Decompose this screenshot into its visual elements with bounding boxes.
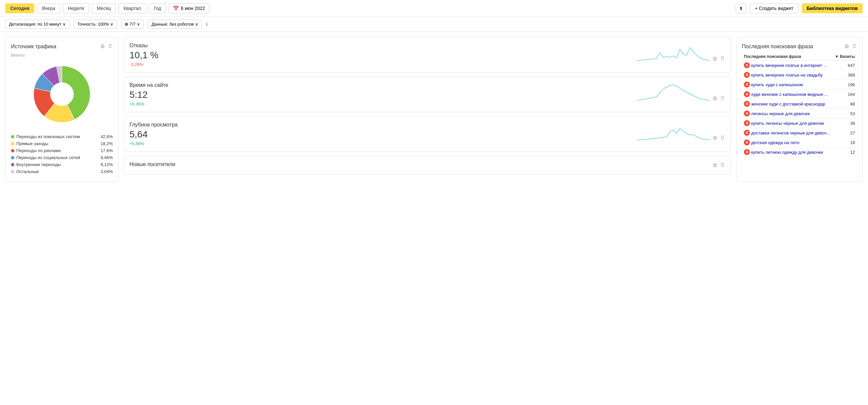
legend-item: Переходы по рекламе 17,6% (11, 148, 113, 153)
tab-month[interactable]: Месяц (92, 3, 116, 13)
table-row: Я купить летнюю одежду для девочки 12 (742, 148, 857, 157)
new-visitors-grid-button[interactable]: ⠿ (720, 161, 725, 169)
tab-year[interactable]: Год (149, 3, 166, 13)
visits-cell: 18 (833, 138, 857, 148)
new-visitors-settings-button[interactable]: ⚙ (712, 161, 718, 169)
new-visitors-title: Новые посетители (129, 161, 176, 167)
bounce-rate-change: -3,26% (129, 62, 158, 67)
phrase-link[interactable]: купить вечернее платье в интернет ... (751, 63, 827, 68)
yandex-icon: Я (744, 149, 750, 155)
bounce-grid-button[interactable]: ⠿ (720, 55, 725, 63)
traffic-subtitle: Визиты (11, 53, 113, 58)
bounce-sparkline (637, 42, 710, 63)
counter-filter[interactable]: 7/7 ∨ (121, 20, 144, 29)
depth-widget-actions: ⚙ ⠿ (712, 134, 725, 142)
bounce-rate-title: Отказы (129, 42, 148, 49)
phrase-link[interactable]: женские худи с доставкой краснодар (751, 101, 826, 106)
col-visits: ▼ Визиты (833, 53, 857, 61)
phrase-link[interactable]: купить вечернее платье на свадьбу (751, 72, 823, 77)
phrase-link[interactable]: доставка легинсов черные для девоч... (751, 130, 830, 135)
pie-chart (29, 61, 95, 127)
accuracy-filter[interactable]: Точность: 100% ∨ (73, 20, 117, 29)
legend-label: Внутренние переходы (16, 162, 61, 167)
yandex-icon: Я (744, 130, 750, 136)
top-bar: Сегодня Вчера Неделя Месяц Квартал Год 📅… (0, 0, 868, 17)
bounce-settings-button[interactable]: ⚙ (712, 55, 718, 63)
traffic-widget-actions: ⚙ ⠿ (99, 42, 113, 50)
phrase-cell: Я доставка легинсов черные для девоч... (742, 128, 833, 138)
visits-cell: 196 (833, 80, 857, 90)
export-button[interactable]: ⬆ (736, 4, 746, 13)
legend-item: Внутренние переходы 9,12% (11, 162, 113, 167)
table-row: Я женские худи с доставкой краснодар 88 (742, 99, 857, 109)
visits-cell: 389 (833, 70, 857, 80)
legend-dot (11, 163, 14, 166)
visits-cell: 88 (833, 99, 857, 109)
visits-cell: 647 (833, 61, 857, 70)
legend-label: Остальные (16, 169, 39, 174)
yandex-icon: Я (744, 139, 750, 146)
phrase-cell: Я купить летнюю одежду для девочки (742, 148, 833, 157)
yandex-icon: Я (744, 72, 750, 78)
time-grid-button[interactable]: ⠿ (720, 94, 725, 102)
search-widget-title: Последняя поисковая фраза (742, 43, 813, 50)
date-picker-button[interactable]: 📅 6 июн 2022 (169, 3, 209, 13)
new-visitors-widget: Новые посетители ⚙ ⠿ (124, 156, 731, 175)
table-row: Я купить легинсы черные для девочек 38 (742, 119, 857, 128)
phrase-link[interactable]: купить летнюю одежду для девочки (751, 150, 823, 155)
yandex-icon: Я (744, 91, 750, 97)
yandex-icon: Я (744, 62, 750, 68)
phrase-cell: Я детская одежда на лето (742, 138, 833, 148)
legend-value: 18,2% (100, 141, 113, 146)
depth-value: 5,64 (129, 129, 178, 140)
traffic-settings-button[interactable]: ⚙ (99, 42, 105, 50)
legend-dot (11, 142, 14, 146)
legend-value: 9,46% (100, 155, 113, 160)
create-widget-button[interactable]: + Создать виджет (750, 3, 799, 13)
detail-filter[interactable]: Детализация: по 10 минут ∨ (5, 20, 69, 29)
depth-left: Глубина просмотра 5,64 +5,89% (129, 122, 178, 146)
yandex-icon: Я (744, 101, 750, 107)
visits-cell: 12 (833, 148, 857, 157)
search-phrases-widget: Последняя поисковая фраза ⚙ ⠿ Последняя … (736, 37, 863, 182)
chevron-down-icon: ∨ (63, 22, 66, 27)
phrase-link[interactable]: купить худи с капюшоном (751, 82, 803, 87)
depth-settings-button[interactable]: ⚙ (712, 134, 718, 142)
chevron-down-icon-3: ∨ (137, 22, 140, 27)
phrase-link[interactable]: купить легинсы черные для девочек (751, 121, 824, 126)
visits-cell: 164 (833, 90, 857, 99)
time-on-site-change: +6,36% (129, 101, 168, 106)
top-bar-right: ⬆ + Создать виджет Библиотека виджетов (736, 3, 863, 13)
tab-today[interactable]: Сегодня (5, 3, 34, 13)
legend-value: 3,04% (100, 169, 113, 174)
legend-item: Прямые заходы 18,2% (11, 141, 113, 146)
yandex-icon: Я (744, 120, 750, 126)
bounce-widget-actions: ⚙ ⠿ (712, 55, 725, 63)
tab-week[interactable]: Неделя (63, 3, 89, 13)
tab-yesterday[interactable]: Вчера (37, 3, 60, 13)
legend-label: Переходы из поисковых систем (16, 134, 80, 139)
legend-label: Переходы по рекламе (16, 148, 61, 153)
data-filter[interactable]: Данные: без роботов ∨ (148, 20, 202, 29)
depth-change: +5,89% (129, 141, 178, 146)
time-settings-button[interactable]: ⚙ (712, 94, 718, 102)
search-settings-button[interactable]: ⚙ (844, 42, 850, 50)
counter-label: 7/7 (129, 22, 135, 27)
tab-quarter[interactable]: Квартал (119, 3, 146, 13)
library-button[interactable]: Библиотека виджетов (802, 3, 863, 13)
export-icon: ⬆ (739, 6, 743, 11)
depth-grid-button[interactable]: ⠿ (720, 134, 725, 142)
time-on-site-widget: Время на сайте 5:12 +6,36% ⚙ ⠿ (124, 76, 731, 112)
legend-dot (11, 149, 14, 152)
phrase-link[interactable]: легинсы черные для девочек (751, 111, 810, 116)
phrase-link[interactable]: худи женские с капюшоном модные ... (751, 92, 828, 97)
info-icon: ℹ (206, 22, 208, 27)
data-label: Данные: без роботов (151, 22, 194, 27)
search-grid-button[interactable]: ⠿ (852, 42, 857, 50)
visits-cell: 27 (833, 128, 857, 138)
table-row: Я купить худи с капюшоном 196 (742, 80, 857, 90)
traffic-grid-button[interactable]: ⠿ (107, 42, 113, 50)
phrase-link[interactable]: детская одежда на лето (751, 140, 800, 145)
top-bar-left: Сегодня Вчера Неделя Месяц Квартал Год 📅… (5, 3, 209, 13)
table-header-row: Последняя поисковая фраза ▼ Визиты (742, 53, 857, 61)
